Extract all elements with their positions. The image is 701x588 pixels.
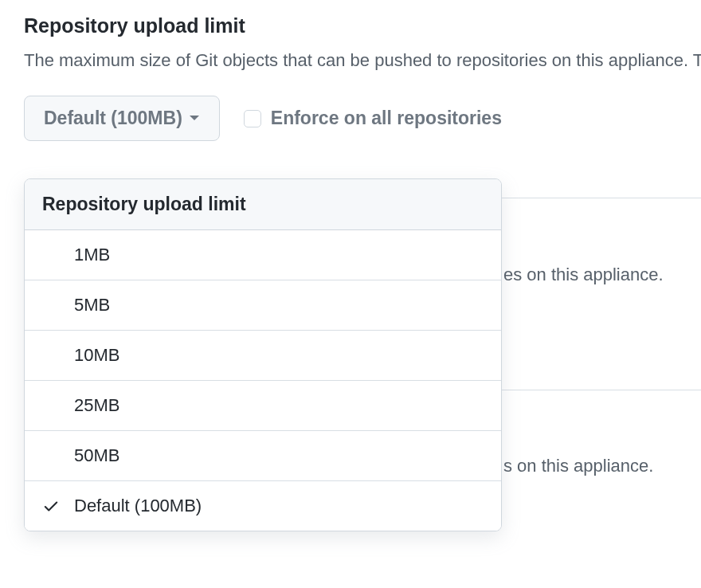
dropdown-option[interactable]: 10MB: [25, 331, 501, 381]
dropdown-option-label: 50MB: [74, 445, 119, 466]
dropdown-menu-title: Repository upload limit: [25, 179, 501, 230]
dropdown-option[interactable]: 1MB: [25, 230, 501, 280]
dropdown-option-label: Default (100MB): [74, 496, 202, 516]
caret-down-icon: [189, 115, 200, 122]
section-description: The maximum size of Git objects that can…: [24, 47, 701, 73]
dropdown-option[interactable]: Default (100MB): [25, 481, 501, 531]
background-text: es on this appliance.: [503, 265, 664, 285]
dropdown-option-label: 10MB: [74, 345, 119, 366]
dropdown-option-label: 5MB: [74, 295, 110, 316]
upload-limit-dropdown-menu: Repository upload limit 1MB5MB10MB25MB50…: [24, 178, 502, 531]
enforce-checkbox-group[interactable]: Enforce on all repositories: [244, 108, 502, 129]
dropdown-option[interactable]: 5MB: [25, 280, 501, 331]
section-heading: Repository upload limit: [24, 14, 701, 37]
upload-limit-dropdown-button[interactable]: Default (100MB): [24, 96, 220, 141]
dropdown-option-label: 1MB: [74, 245, 110, 265]
dropdown-option[interactable]: 50MB: [25, 431, 501, 481]
background-text: s on this appliance.: [503, 456, 653, 476]
enforce-checkbox[interactable]: [244, 110, 261, 127]
enforce-checkbox-label: Enforce on all repositories: [271, 108, 502, 129]
check-icon: [42, 497, 74, 515]
dropdown-option-label: 25MB: [74, 395, 119, 416]
dropdown-option[interactable]: 25MB: [25, 381, 501, 431]
dropdown-button-label: Default (100MB): [44, 108, 182, 129]
controls-row: Default (100MB) Enforce on all repositor…: [24, 96, 701, 141]
